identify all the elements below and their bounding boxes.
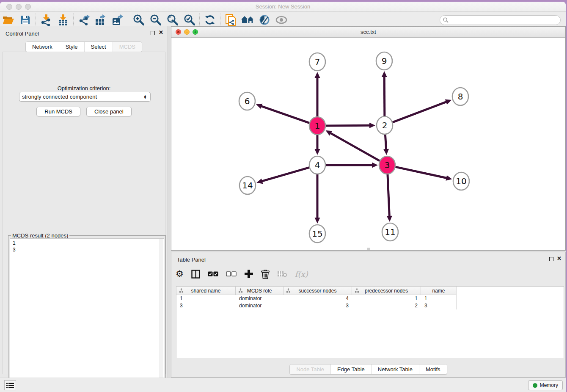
svg-text:14: 14 [242,180,253,190]
columns-icon [191,270,200,279]
float-panel-icon[interactable] [549,257,553,261]
copy-network-button[interactable] [222,13,239,27]
zoom-fit-button[interactable] [164,13,181,27]
export-network-icon [78,14,90,26]
canvas-scroll-handle[interactable] [367,248,370,250]
delete-table-button-disabled[interactable] [277,271,287,277]
import-table-button[interactable] [55,13,72,27]
tab-network-table[interactable]: Network Table [372,364,419,374]
tab-mcds[interactable]: MCDS [113,42,142,52]
save-session-button[interactable] [17,13,34,27]
arrowhead-icon [315,149,320,155]
table-row[interactable]: 1 dominator 4 1 1 [176,295,564,302]
show-columns-button[interactable] [191,270,200,279]
graph-node-7[interactable]: 7 [309,53,325,71]
graph-node-3[interactable]: 3 [379,156,395,174]
edge-2-9[interactable] [384,76,385,117]
zoom-out-icon [149,14,161,26]
edge-1-2[interactable] [325,125,370,126]
result-scrollbar[interactable] [160,239,163,392]
apply-layout-button[interactable] [201,13,218,27]
add-row-button[interactable] [244,269,253,279]
close-panel-icon[interactable]: ✕ [557,255,561,262]
edge-2-3[interactable] [385,133,386,150]
graph-node-4[interactable]: 4 [309,156,325,174]
float-panel-icon[interactable] [151,31,155,35]
arrowhead-icon [387,216,392,222]
arrowhead-icon [256,179,263,184]
mcds-result-groupbox: MCDS result (2 nodes) 1 3 [8,235,166,392]
import-network-button[interactable] [38,13,55,27]
zoom-out-button[interactable] [147,13,164,27]
criterion-select[interactable]: strongly connected component ▲▼ [19,92,151,102]
graph-node-2[interactable]: 2 [377,116,393,134]
svg-text:4: 4 [315,160,320,170]
run-mcds-button[interactable]: Run MCDS [36,107,80,116]
search-icon [443,17,449,23]
hierarchy-icon [355,288,359,293]
graph-node-14[interactable]: 14 [239,177,256,194]
column-header-name[interactable]: name [421,287,457,295]
column-header-successor-nodes[interactable]: successor nodes [284,287,352,295]
export-image-button[interactable] [109,13,126,27]
show-graphics-button[interactable] [273,13,290,27]
function-builder-button-disabled[interactable]: f(x) [295,270,308,279]
tab-select[interactable]: Select [85,42,113,52]
close-panel-icon[interactable]: ✕ [159,29,163,36]
svg-text:11: 11 [385,227,395,237]
svg-text:15: 15 [312,229,322,239]
arrowhead-icon [382,71,387,77]
table-settings-button[interactable]: ⚙ [176,270,184,278]
tab-style[interactable]: Style [59,42,85,52]
cell-mcds-role: dominator [236,295,284,302]
graph-node-9[interactable]: 9 [376,52,392,70]
select-all-button[interactable] [208,271,218,276]
export-table-button[interactable] [92,13,109,27]
zoom-in-button[interactable] [130,13,147,27]
column-header-shared-name[interactable]: shared name [176,287,236,295]
graph-node-1[interactable]: 1 [309,117,325,135]
import-network-icon [40,14,52,26]
graph-node-11[interactable]: 11 [382,223,398,241]
cell-name: 3 [421,302,457,309]
open-session-button[interactable] [0,13,17,27]
task-history-button[interactable] [4,380,16,390]
graph-node-10[interactable]: 10 [453,172,469,190]
edge-3-11[interactable] [388,173,390,217]
tab-edge-table[interactable]: Edge Table [331,364,372,374]
search-input[interactable] [440,15,561,25]
edge-2-8[interactable] [391,102,447,123]
tab-network[interactable]: Network [26,42,59,52]
toolbar-separator [199,14,200,26]
memory-button[interactable]: Memory [528,380,563,390]
tab-motifs[interactable]: Motifs [419,364,447,374]
tab-node-table[interactable]: Node Table [290,364,331,374]
edge-1-6[interactable] [261,106,310,123]
fx-icon: f(x) [295,270,308,279]
table-toolbar: ⚙ [176,265,308,283]
optimization-criterion-label: Optimization criterion: [3,85,165,91]
graph-node-8[interactable]: 8 [452,88,468,105]
svg-text:3: 3 [385,160,390,170]
edge-3-10[interactable] [394,167,447,178]
edge-3-1[interactable] [330,133,381,161]
column-header-predecessor-nodes[interactable]: predecessor nodes [352,287,421,295]
home-layout-button[interactable] [239,13,256,27]
delete-row-button[interactable] [261,269,270,279]
table-row[interactable]: 3 dominator 3 2 3 [176,302,564,309]
export-image-icon [112,14,124,26]
export-network-button[interactable] [75,13,92,27]
close-panel-button[interactable]: Close panel [86,107,132,116]
mcds-result-textarea[interactable]: 1 3 [10,238,164,392]
hide-panel-button[interactable] [256,13,273,27]
graph-node-15[interactable]: 15 [309,225,325,243]
column-header-mcds-role[interactable]: MCDS role [236,287,284,295]
edge-4-14[interactable] [261,167,311,182]
zoom-selected-button[interactable] [181,13,198,27]
svg-text:6: 6 [245,96,250,106]
arrowhead-icon [256,104,262,109]
network-canvas[interactable]: 1234678910111415 [171,38,565,250]
deselect-all-button[interactable] [226,271,237,276]
graph-node-6[interactable]: 6 [239,92,255,110]
network-window-titlebar[interactable]: ✕ − + scc.txt [171,27,565,38]
